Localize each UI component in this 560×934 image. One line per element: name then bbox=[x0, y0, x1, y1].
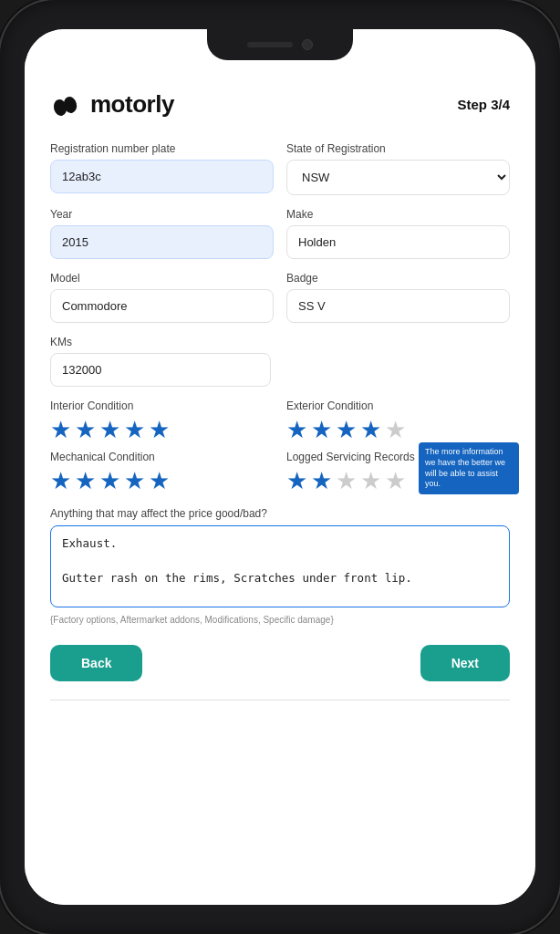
logo-icon bbox=[50, 88, 83, 120]
state-select[interactable]: NSW VIC QLD SA WA TAS ACT NT bbox=[286, 160, 510, 195]
button-row: Back Next bbox=[50, 645, 510, 681]
mechanical-label: Mechanical Condition bbox=[50, 451, 274, 463]
phone-screen: motorly Step 3/4 Registration number pla… bbox=[25, 29, 535, 905]
exterior-label: Exterior Condition bbox=[286, 400, 510, 412]
divider bbox=[50, 700, 510, 700]
kms-label: KMs bbox=[50, 336, 271, 348]
model-input[interactable] bbox=[50, 289, 274, 323]
servicing-rating-group: Logged Servicing Records ★ ★ ★ ★ ★ The m… bbox=[286, 451, 510, 493]
logo-text: motorly bbox=[90, 90, 174, 119]
servicing-star-5[interactable]: ★ bbox=[385, 469, 406, 493]
year-label: Year bbox=[50, 208, 274, 221]
group-kms: KMs bbox=[50, 336, 271, 387]
make-input[interactable] bbox=[286, 225, 510, 259]
mechanical-star-3[interactable]: ★ bbox=[99, 469, 120, 493]
ratings-section: Interior Condition ★ ★ ★ ★ ★ Exterior Co… bbox=[50, 400, 510, 493]
interior-stars: ★ ★ ★ ★ ★ bbox=[50, 418, 274, 441]
tooltip: The more information we have the better … bbox=[419, 442, 519, 494]
exterior-rating-group: Exterior Condition ★ ★ ★ ★ ★ bbox=[286, 400, 510, 441]
additional-textarea[interactable]: Exhaust. Gutter rash on the rims, Scratc… bbox=[50, 525, 510, 607]
servicing-star-1[interactable]: ★ bbox=[286, 469, 307, 493]
row-registration-state: Registration number plate State of Regis… bbox=[50, 142, 510, 195]
servicing-star-3[interactable]: ★ bbox=[336, 469, 357, 493]
model-label: Model bbox=[50, 272, 274, 285]
screen-content: motorly Step 3/4 Registration number pla… bbox=[25, 29, 535, 905]
exterior-star-4[interactable]: ★ bbox=[360, 418, 381, 441]
row-year-make: Year Make bbox=[50, 208, 510, 259]
badge-input[interactable] bbox=[286, 289, 510, 323]
additional-label: Anything that may affect the price good/… bbox=[50, 507, 510, 520]
interior-label: Interior Condition bbox=[50, 400, 274, 412]
phone-frame: motorly Step 3/4 Registration number pla… bbox=[0, 0, 560, 934]
back-button[interactable]: Back bbox=[50, 645, 142, 681]
registration-label: Registration number plate bbox=[50, 142, 274, 155]
group-model: Model bbox=[50, 272, 274, 323]
group-registration: Registration number plate bbox=[50, 142, 274, 195]
exterior-star-1[interactable]: ★ bbox=[286, 418, 307, 441]
interior-star-4[interactable]: ★ bbox=[124, 418, 145, 441]
rating-row-2: Mechanical Condition ★ ★ ★ ★ ★ Logged Se… bbox=[50, 451, 510, 493]
header: motorly Step 3/4 bbox=[50, 88, 510, 120]
exterior-stars: ★ ★ ★ ★ ★ bbox=[286, 418, 510, 441]
mechanical-star-1[interactable]: ★ bbox=[50, 469, 71, 493]
mechanical-star-5[interactable]: ★ bbox=[149, 469, 170, 493]
interior-star-5[interactable]: ★ bbox=[149, 418, 170, 441]
logo: motorly bbox=[50, 88, 174, 120]
interior-star-2[interactable]: ★ bbox=[75, 418, 96, 441]
registration-input[interactable] bbox=[50, 160, 274, 193]
group-make: Make bbox=[286, 208, 510, 259]
servicing-star-4[interactable]: ★ bbox=[360, 469, 381, 493]
year-input[interactable] bbox=[50, 225, 274, 259]
notch bbox=[207, 29, 353, 60]
rating-row-1: Interior Condition ★ ★ ★ ★ ★ Exterior Co… bbox=[50, 400, 510, 441]
badge-label: Badge bbox=[286, 272, 510, 285]
step-label: Step 3/4 bbox=[457, 97, 510, 112]
exterior-star-5[interactable]: ★ bbox=[385, 418, 406, 441]
group-year: Year bbox=[50, 208, 274, 259]
kms-input[interactable] bbox=[50, 353, 271, 387]
make-label: Make bbox=[286, 208, 510, 221]
app-container: motorly Step 3/4 Registration number pla… bbox=[25, 69, 535, 728]
camera bbox=[302, 39, 313, 50]
mechanical-star-2[interactable]: ★ bbox=[75, 469, 96, 493]
group-state: State of Registration NSW VIC QLD SA WA … bbox=[286, 142, 510, 195]
mechanical-star-4[interactable]: ★ bbox=[124, 469, 145, 493]
interior-star-1[interactable]: ★ bbox=[50, 418, 71, 441]
interior-rating-group: Interior Condition ★ ★ ★ ★ ★ bbox=[50, 400, 274, 441]
mechanical-rating-group: Mechanical Condition ★ ★ ★ ★ ★ bbox=[50, 451, 274, 493]
mechanical-stars: ★ ★ ★ ★ ★ bbox=[50, 469, 274, 493]
textarea-hint: {Factory options, Aftermarket addons, Mo… bbox=[50, 615, 510, 625]
row-kms: KMs bbox=[50, 336, 510, 387]
row-model-badge: Model Badge bbox=[50, 272, 510, 323]
state-label: State of Registration bbox=[286, 142, 510, 155]
interior-star-3[interactable]: ★ bbox=[99, 418, 120, 441]
speaker bbox=[247, 42, 293, 47]
exterior-star-2[interactable]: ★ bbox=[311, 418, 332, 441]
exterior-star-3[interactable]: ★ bbox=[336, 418, 357, 441]
servicing-star-2[interactable]: ★ bbox=[311, 469, 332, 493]
additional-section: Anything that may affect the price good/… bbox=[50, 507, 510, 625]
group-badge: Badge bbox=[286, 272, 510, 323]
next-button[interactable]: Next bbox=[420, 645, 510, 681]
